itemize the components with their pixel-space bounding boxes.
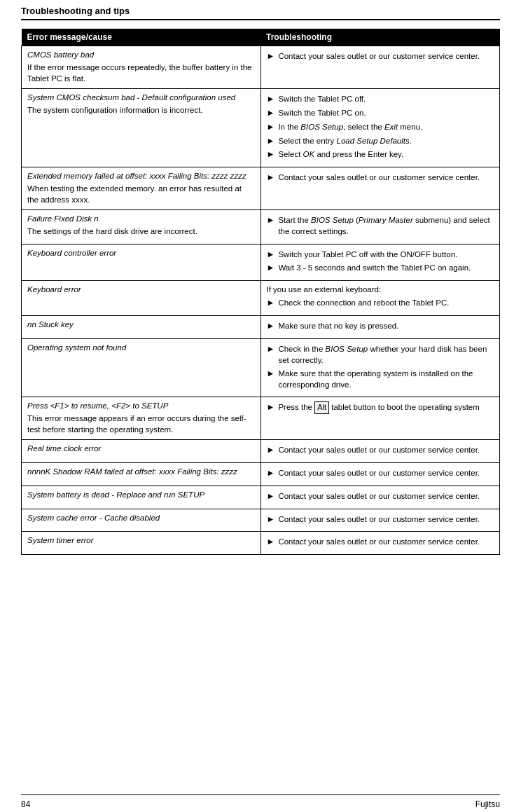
bullet-item: ►Check the connection and reboot the Tab… [267,297,494,309]
bullet-text: In the BIOS Setup, select the Exit menu. [278,121,422,132]
error-title: Keyboard error [27,285,255,294]
col1-header: Error message/cause [22,29,261,46]
bullet-arrow-icon: ► [267,320,275,332]
bullet-item: ►Contact your sales outlet or our custom… [267,536,494,548]
bullet-text: Select OK and press the Enter key. [278,149,403,160]
error-body: This error message appears if an error o… [27,413,255,435]
error-title: Press <F1> to resume, <F2> to SETUP [27,401,255,410]
bullet-arrow-icon: ► [267,536,275,548]
bullet-arrow-icon: ► [267,514,275,525]
bullet-text: Make sure that the operating system is i… [278,368,494,390]
table-row: System cache error - Cache disabled►Cont… [22,509,500,532]
table-row: Press <F1> to resume, <F2> to SETUPThis … [22,397,500,440]
bullet-text: Contact your sales outlet or our custome… [278,536,480,547]
bullet-arrow-icon: ► [267,107,275,119]
bullet-text: Press the Alt tablet button to boot the … [278,401,479,413]
error-body: The settings of the hard disk drive are … [27,226,255,237]
col2-header: Troubleshooting [260,29,500,46]
table-row: Real time clock error►Contact your sales… [22,440,500,463]
bullet-item: ►Contact your sales outlet or our custom… [267,50,494,62]
bullet-text: Contact your sales outlet or our custome… [278,50,480,62]
footer-page-number: 84 [21,799,30,809]
bullet-text: Contact your sales outlet or our custome… [278,444,480,455]
bullet-text: Make sure that no key is pressed. [278,320,398,331]
bullet-arrow-icon: ► [267,368,275,380]
bullet-item: ►Contact your sales outlet or our custom… [267,444,494,456]
error-title: Operating system not found [27,343,255,352]
trouble-intro: If you use an external keyboard: [267,285,494,294]
bullet-text: Select the entry Load Setup Defaults. [278,135,412,146]
table-row: nn Stuck key►Make sure that no key is pr… [22,315,500,338]
bullet-arrow-icon: ► [267,490,275,502]
page-title: Troubleshooting and tips [21,0,500,20]
table-row: nnnnK Shadow RAM failed at offset: xxxx … [22,463,500,486]
bullet-item: ►Switch the Tablet PC off. [267,93,494,105]
bullet-arrow-icon: ► [267,172,275,184]
bullet-item: ►Press the Alt tablet button to boot the… [267,401,494,413]
bullet-arrow-icon: ► [267,249,275,261]
error-title: Real time clock error [27,444,255,453]
bullet-text: Contact your sales outlet or our custome… [278,467,480,479]
bullet-arrow-icon: ► [267,135,275,147]
bullet-arrow-icon: ► [267,297,275,309]
bullet-item: ►Contact your sales outlet or our custom… [267,514,494,525]
bullet-text: Wait 3 - 5 seconds and switch the Tablet… [278,262,471,273]
table-row: Failure Fixed Disk nThe settings of the … [22,210,500,244]
bullet-item: ►Contact your sales outlet or our custom… [267,467,494,479]
table-row: System timer error►Contact your sales ou… [22,532,500,555]
bullet-text: Switch the Tablet PC on. [278,107,366,118]
bullet-arrow-icon: ► [267,121,275,133]
table-row: Extended memory failed at offset: xxxx F… [22,167,500,210]
bullet-text: Contact your sales outlet or our custome… [278,490,480,502]
bullet-item: ►In the BIOS Setup, select the Exit menu… [267,121,494,133]
bullet-arrow-icon: ► [267,93,275,105]
bullet-item: ►Make sure that the operating system is … [267,368,494,390]
bullet-arrow-icon: ► [267,149,275,160]
bullet-text: Start the BIOS Setup (Primary Master sub… [278,214,494,237]
table-row: System CMOS checksum bad - Default confi… [22,89,500,167]
error-title: CMOS battery bad [27,50,255,59]
bullet-arrow-icon: ► [267,467,275,479]
bullet-text: Contact your sales outlet or our custome… [278,514,480,525]
error-title: nnnnK Shadow RAM failed at offset: xxxx … [27,467,255,476]
bullet-arrow-icon: ► [267,262,275,274]
bullet-text: Check the connection and reboot the Tabl… [278,297,449,308]
bullet-arrow-icon: ► [267,401,275,413]
bullet-text: Contact your sales outlet or our custome… [278,172,480,183]
bullet-arrow-icon: ► [267,214,275,226]
error-title: System timer error [27,536,255,544]
bullet-item: ►Make sure that no key is pressed. [267,320,494,332]
table-row: Operating system not found►Check in the … [22,338,500,397]
bullet-item: ►Select OK and press the Enter key. [267,149,494,160]
error-body: The system configuration information is … [27,104,255,116]
bullet-item: ►Check in the BIOS Setup whether your ha… [267,343,494,366]
bullet-arrow-icon: ► [267,50,275,62]
bullet-item: ►Switch the Tablet PC on. [267,107,494,119]
key-alt: Alt [314,401,329,413]
bullet-item: ►Contact your sales outlet or our custom… [267,172,494,184]
error-title: System CMOS checksum bad - Default confi… [27,93,255,102]
error-title: System battery is dead - Replace and run… [27,490,255,499]
bullet-item: ►Contact your sales outlet or our custom… [267,490,494,502]
troubleshooting-table: Error message/cause Troubleshooting CMOS… [21,29,500,555]
bullet-text: Check in the BIOS Setup whether your har… [278,343,494,366]
error-title: nn Stuck key [27,320,255,329]
error-body: If the error message occurs repeatedly, … [27,62,255,84]
bullet-item: ►Select the entry Load Setup Defaults. [267,135,494,147]
bullet-arrow-icon: ► [267,444,275,456]
error-title: Failure Fixed Disk n [27,214,255,223]
error-title: System cache error - Cache disabled [27,514,255,522]
error-title: Extended memory failed at offset: xxxx F… [27,172,255,180]
table-row: Keyboard errorIf you use an external key… [22,281,500,316]
footer-brand: Fujitsu [475,799,500,809]
bullet-text: Switch the Tablet PC off. [278,93,366,104]
bullet-item: ►Start the BIOS Setup (Primary Master su… [267,214,494,237]
error-title: Keyboard controller error [27,249,255,257]
error-body: When testing the extended memory. an err… [27,183,255,205]
bullet-item: ►Switch your Tablet PC off with the ON/O… [267,249,494,261]
table-row: CMOS battery badIf the error message occ… [22,46,500,89]
bullet-arrow-icon: ► [267,343,275,355]
bullet-item: ►Wait 3 - 5 seconds and switch the Table… [267,262,494,274]
table-row: Keyboard controller error►Switch your Ta… [22,244,500,281]
bullet-text: Switch your Tablet PC off with the ON/OF… [278,249,457,260]
